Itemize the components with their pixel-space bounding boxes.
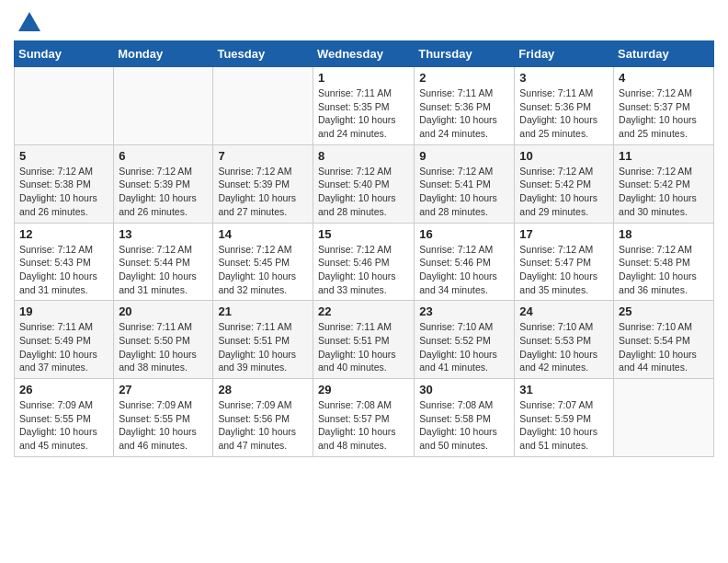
logo-text-block — [14, 9, 45, 33]
day-info: Sunrise: 7:08 AMSunset: 5:58 PMDaylight:… — [419, 398, 509, 453]
day-number: 21 — [218, 304, 308, 318]
day-number: 6 — [119, 149, 208, 163]
calendar-cell: 22Sunrise: 7:11 AMSunset: 5:51 PMDayligh… — [313, 301, 414, 379]
day-info: Sunrise: 7:12 AMSunset: 5:37 PMDaylight:… — [619, 86, 709, 141]
day-number: 27 — [119, 383, 208, 396]
day-info: Sunrise: 7:09 AMSunset: 5:55 PMDaylight:… — [19, 398, 108, 453]
day-number: 8 — [318, 149, 409, 163]
day-info: Sunrise: 7:11 AMSunset: 5:51 PMDaylight:… — [318, 320, 409, 374]
day-info: Sunrise: 7:12 AMSunset: 5:39 PMDaylight:… — [119, 165, 208, 219]
day-number: 15 — [318, 227, 409, 241]
day-number: 30 — [419, 383, 509, 396]
calendar-cell: 25Sunrise: 7:10 AMSunset: 5:54 PMDayligh… — [614, 301, 714, 379]
calendar-cell: 5Sunrise: 7:12 AMSunset: 5:38 PMDaylight… — [15, 144, 114, 223]
calendar-cell: 29Sunrise: 7:08 AMSunset: 5:57 PMDayligh… — [313, 379, 414, 457]
day-number: 12 — [19, 227, 108, 241]
weekday-header-thursday: Thursday — [415, 41, 515, 67]
day-info: Sunrise: 7:08 AMSunset: 5:57 PMDaylight:… — [318, 398, 409, 453]
calendar-cell: 24Sunrise: 7:10 AMSunset: 5:53 PMDayligh… — [515, 301, 614, 379]
day-info: Sunrise: 7:09 AMSunset: 5:56 PMDaylight:… — [218, 398, 308, 453]
weekday-header-sunday: Sunday — [15, 41, 114, 67]
calendar-cell: 9Sunrise: 7:12 AMSunset: 5:41 PMDaylight… — [415, 144, 515, 223]
calendar-header-row: SundayMondayTuesdayWednesdayThursdayFrid… — [15, 41, 714, 67]
day-info: Sunrise: 7:12 AMSunset: 5:41 PMDaylight:… — [419, 165, 509, 219]
calendar-week-3: 12Sunrise: 7:12 AMSunset: 5:43 PMDayligh… — [15, 223, 714, 301]
day-number: 17 — [519, 227, 609, 241]
calendar-cell: 6Sunrise: 7:12 AMSunset: 5:39 PMDaylight… — [114, 144, 213, 223]
calendar-cell: 16Sunrise: 7:12 AMSunset: 5:46 PMDayligh… — [415, 223, 515, 301]
calendar-cell: 13Sunrise: 7:12 AMSunset: 5:44 PMDayligh… — [114, 223, 213, 301]
day-number: 10 — [519, 149, 609, 163]
calendar-cell: 30Sunrise: 7:08 AMSunset: 5:58 PMDayligh… — [415, 379, 515, 457]
calendar-cell: 28Sunrise: 7:09 AMSunset: 5:56 PMDayligh… — [213, 379, 313, 457]
calendar-cell: 10Sunrise: 7:12 AMSunset: 5:42 PMDayligh… — [515, 144, 614, 223]
page-header — [14, 9, 714, 33]
day-info: Sunrise: 7:12 AMSunset: 5:42 PMDaylight:… — [619, 165, 709, 219]
calendar-cell: 18Sunrise: 7:12 AMSunset: 5:48 PMDayligh… — [614, 223, 714, 301]
calendar-week-1: 1Sunrise: 7:11 AMSunset: 5:35 PMDaylight… — [15, 67, 714, 145]
day-number: 23 — [419, 304, 509, 318]
day-number: 7 — [218, 149, 308, 163]
day-info: Sunrise: 7:11 AMSunset: 5:50 PMDaylight:… — [119, 320, 208, 374]
calendar-cell: 31Sunrise: 7:07 AMSunset: 5:59 PMDayligh… — [515, 379, 614, 457]
day-info: Sunrise: 7:11 AMSunset: 5:51 PMDaylight:… — [218, 320, 308, 374]
day-info: Sunrise: 7:07 AMSunset: 5:59 PMDaylight:… — [519, 398, 609, 453]
day-number: 18 — [619, 227, 709, 241]
weekday-header-monday: Monday — [114, 41, 213, 67]
calendar-cell: 23Sunrise: 7:10 AMSunset: 5:52 PMDayligh… — [415, 301, 515, 379]
day-number: 4 — [619, 71, 709, 85]
day-info: Sunrise: 7:12 AMSunset: 5:43 PMDaylight:… — [19, 243, 108, 297]
calendar-cell: 12Sunrise: 7:12 AMSunset: 5:43 PMDayligh… — [15, 223, 114, 301]
day-number: 14 — [218, 227, 308, 241]
calendar-week-2: 5Sunrise: 7:12 AMSunset: 5:38 PMDaylight… — [15, 144, 714, 223]
day-info: Sunrise: 7:12 AMSunset: 5:39 PMDaylight:… — [218, 165, 308, 219]
weekday-header-saturday: Saturday — [614, 41, 714, 67]
day-number: 16 — [419, 227, 509, 241]
calendar-cell: 7Sunrise: 7:12 AMSunset: 5:39 PMDaylight… — [213, 144, 313, 223]
day-info: Sunrise: 7:12 AMSunset: 5:46 PMDaylight:… — [318, 243, 409, 297]
day-info: Sunrise: 7:12 AMSunset: 5:45 PMDaylight:… — [218, 243, 308, 297]
day-info: Sunrise: 7:11 AMSunset: 5:35 PMDaylight:… — [318, 86, 409, 141]
calendar-cell: 4Sunrise: 7:12 AMSunset: 5:37 PMDaylight… — [614, 67, 714, 145]
calendar-cell: 17Sunrise: 7:12 AMSunset: 5:47 PMDayligh… — [515, 223, 614, 301]
day-info: Sunrise: 7:09 AMSunset: 5:55 PMDaylight:… — [119, 398, 208, 453]
calendar-cell: 11Sunrise: 7:12 AMSunset: 5:42 PMDayligh… — [614, 144, 714, 223]
day-info: Sunrise: 7:12 AMSunset: 5:40 PMDaylight:… — [318, 165, 409, 219]
calendar-table: SundayMondayTuesdayWednesdayThursdayFrid… — [14, 40, 714, 457]
calendar-week-5: 26Sunrise: 7:09 AMSunset: 5:55 PMDayligh… — [15, 379, 714, 457]
calendar-cell: 19Sunrise: 7:11 AMSunset: 5:49 PMDayligh… — [15, 301, 114, 379]
weekday-header-wednesday: Wednesday — [313, 41, 414, 67]
day-number: 29 — [318, 383, 409, 396]
calendar-cell: 15Sunrise: 7:12 AMSunset: 5:46 PMDayligh… — [313, 223, 414, 301]
weekday-header-friday: Friday — [515, 41, 614, 67]
day-number: 28 — [218, 383, 308, 396]
calendar-cell — [114, 67, 213, 145]
day-number: 5 — [19, 149, 108, 163]
logo-icon — [16, 9, 43, 37]
day-info: Sunrise: 7:12 AMSunset: 5:44 PMDaylight:… — [119, 243, 208, 297]
day-number: 11 — [619, 149, 709, 163]
day-number: 31 — [519, 383, 609, 396]
day-number: 2 — [419, 71, 509, 85]
day-info: Sunrise: 7:11 AMSunset: 5:49 PMDaylight:… — [19, 320, 108, 374]
day-info: Sunrise: 7:10 AMSunset: 5:52 PMDaylight:… — [419, 320, 509, 374]
day-info: Sunrise: 7:10 AMSunset: 5:54 PMDaylight:… — [619, 320, 709, 374]
day-info: Sunrise: 7:12 AMSunset: 5:47 PMDaylight:… — [519, 243, 609, 297]
day-number: 24 — [519, 304, 609, 318]
day-number: 20 — [119, 304, 208, 318]
calendar-week-4: 19Sunrise: 7:11 AMSunset: 5:49 PMDayligh… — [15, 301, 714, 379]
calendar-cell: 3Sunrise: 7:11 AMSunset: 5:36 PMDaylight… — [515, 67, 614, 145]
calendar-cell: 20Sunrise: 7:11 AMSunset: 5:50 PMDayligh… — [114, 301, 213, 379]
day-number: 13 — [119, 227, 208, 241]
day-info: Sunrise: 7:11 AMSunset: 5:36 PMDaylight:… — [419, 86, 509, 141]
calendar-cell: 27Sunrise: 7:09 AMSunset: 5:55 PMDayligh… — [114, 379, 213, 457]
calendar-cell: 26Sunrise: 7:09 AMSunset: 5:55 PMDayligh… — [15, 379, 114, 457]
day-info: Sunrise: 7:12 AMSunset: 5:48 PMDaylight:… — [619, 243, 709, 297]
day-number: 19 — [19, 304, 108, 318]
calendar-cell: 2Sunrise: 7:11 AMSunset: 5:36 PMDaylight… — [415, 67, 515, 145]
page-container: SundayMondayTuesdayWednesdayThursdayFrid… — [0, 0, 728, 466]
calendar-cell — [614, 379, 714, 457]
day-number: 22 — [318, 304, 409, 318]
calendar-cell: 21Sunrise: 7:11 AMSunset: 5:51 PMDayligh… — [213, 301, 313, 379]
calendar-cell — [213, 67, 313, 145]
